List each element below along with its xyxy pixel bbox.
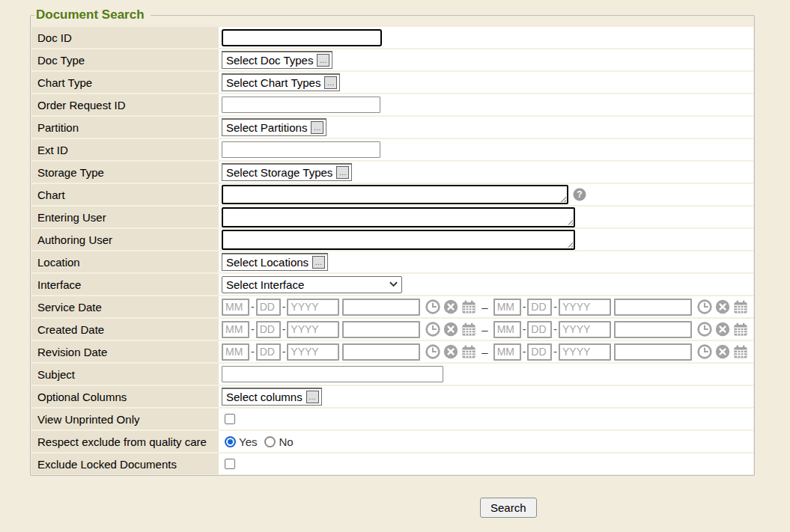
service-date-to-dd-input[interactable] bbox=[527, 299, 552, 316]
created-date-from-time-input[interactable] bbox=[342, 321, 420, 338]
service-date-from-mm-input[interactable] bbox=[222, 299, 249, 316]
partition-picker[interactable]: Select Partitions ... bbox=[222, 118, 326, 136]
date-separator: - bbox=[553, 346, 557, 358]
respect-exclude-no-radio[interactable] bbox=[264, 436, 276, 447]
date-separator: - bbox=[523, 346, 526, 358]
clear-icon[interactable] bbox=[715, 299, 730, 314]
range-separator: – bbox=[481, 346, 487, 358]
search-button[interactable]: Search bbox=[480, 498, 537, 518]
storage-type-picker[interactable]: Select Storage Types ... bbox=[222, 163, 352, 181]
interface-label: Interface bbox=[31, 274, 219, 295]
service-date-from-yyyy-input[interactable] bbox=[287, 299, 339, 316]
service-date-from-dd-input[interactable] bbox=[256, 299, 281, 316]
partition-picker-text: Select Partitions bbox=[226, 121, 307, 134]
calendar-icon[interactable] bbox=[461, 299, 476, 314]
revision-date-from-mm-input[interactable] bbox=[222, 343, 249, 361]
entering-user-textarea[interactable] bbox=[222, 207, 575, 227]
doc-type-label: Doc Type bbox=[31, 49, 219, 70]
created-date-from-yyyy-input[interactable] bbox=[287, 321, 339, 338]
clear-icon[interactable] bbox=[715, 344, 730, 359]
calendar-icon[interactable] bbox=[461, 322, 476, 337]
revision-date-to-mm-input[interactable] bbox=[493, 343, 521, 361]
created-date-from-mm-input[interactable] bbox=[222, 321, 249, 338]
date-separator: - bbox=[282, 323, 286, 335]
service-date-to-time-input[interactable] bbox=[614, 299, 692, 316]
calendar-icon[interactable] bbox=[733, 299, 748, 314]
optional-columns-picker[interactable]: Select columns ... bbox=[222, 388, 322, 406]
clear-icon[interactable] bbox=[443, 344, 458, 359]
created-date-to-mm-input[interactable] bbox=[493, 321, 521, 338]
revision-date-from-yyyy-input[interactable] bbox=[287, 343, 339, 361]
optional-columns-more-button[interactable]: ... bbox=[306, 391, 319, 403]
clock-icon[interactable] bbox=[425, 344, 440, 359]
row-exclude-locked: Exclude Locked Documents bbox=[31, 452, 753, 474]
created-date-from-dd-input[interactable] bbox=[256, 321, 281, 338]
resize-handle-icon[interactable] bbox=[566, 218, 573, 225]
exclude-locked-label: Exclude Locked Documents bbox=[31, 453, 219, 474]
help-icon[interactable]: ? bbox=[573, 188, 586, 201]
service-date-to-yyyy-input[interactable] bbox=[559, 299, 611, 316]
created-date-to-dd-input[interactable] bbox=[527, 321, 552, 338]
respect-exclude-yes-radio[interactable] bbox=[225, 436, 236, 447]
chart-textarea[interactable] bbox=[222, 185, 568, 204]
clock-icon[interactable] bbox=[697, 344, 712, 359]
location-picker[interactable]: Select Locations ... bbox=[222, 253, 328, 271]
row-chart-type: Chart Type Select Chart Types ... bbox=[31, 70, 753, 93]
clock-icon[interactable] bbox=[697, 299, 712, 314]
doc-type-picker[interactable]: Select Doc Types ... bbox=[222, 51, 332, 69]
row-revision-date: Revision Date - - – - - bbox=[31, 340, 753, 362]
created-date-to-time-input[interactable] bbox=[614, 321, 692, 338]
order-request-id-input[interactable] bbox=[222, 97, 380, 113]
document-search-fieldset: Document Search Doc ID Doc Type Select D… bbox=[30, 7, 755, 476]
subject-label: Subject bbox=[31, 364, 219, 385]
service-date-to-mm-input[interactable] bbox=[493, 299, 521, 316]
clock-icon[interactable] bbox=[697, 322, 712, 337]
entering-user-label: Entering User bbox=[31, 207, 219, 227]
view-unprinted-only-checkbox[interactable] bbox=[225, 414, 235, 424]
resize-handle-icon[interactable] bbox=[559, 195, 566, 202]
calendar-icon[interactable] bbox=[733, 344, 748, 359]
created-date-to-yyyy-input[interactable] bbox=[559, 321, 611, 338]
revision-date-from-time-input[interactable] bbox=[342, 343, 420, 361]
row-subject: Subject bbox=[31, 362, 753, 385]
authoring-user-textarea[interactable] bbox=[222, 230, 575, 250]
clock-icon[interactable] bbox=[425, 299, 440, 314]
revision-date-from-dd-input[interactable] bbox=[256, 343, 281, 361]
range-separator: – bbox=[481, 301, 487, 314]
optional-columns-picker-text: Select columns bbox=[226, 391, 303, 403]
clear-icon[interactable] bbox=[715, 322, 730, 337]
location-more-button[interactable]: ... bbox=[312, 256, 325, 269]
search-form: Doc ID Doc Type Select Doc Types ... Cha… bbox=[31, 27, 753, 474]
row-entering-user: Entering User bbox=[31, 205, 753, 227]
row-service-date: Service Date - - – - - bbox=[31, 295, 753, 317]
interface-select[interactable]: Select Interface bbox=[222, 276, 402, 293]
authoring-user-label: Authoring User bbox=[31, 229, 219, 250]
row-order-request-id: Order Request ID bbox=[31, 93, 753, 115]
partition-more-button[interactable]: ... bbox=[311, 121, 323, 134]
doc-type-more-button[interactable]: ... bbox=[317, 54, 329, 67]
chart-type-more-button[interactable]: ... bbox=[324, 76, 337, 89]
ext-id-input[interactable] bbox=[222, 141, 380, 158]
calendar-icon[interactable] bbox=[461, 344, 476, 359]
revision-date-to-dd-input[interactable] bbox=[527, 343, 552, 361]
storage-type-more-button[interactable]: ... bbox=[336, 166, 349, 179]
clock-icon[interactable] bbox=[425, 322, 440, 337]
subject-input[interactable] bbox=[222, 366, 443, 382]
clear-icon[interactable] bbox=[443, 322, 458, 337]
doc-id-input[interactable] bbox=[222, 29, 382, 46]
chart-type-picker[interactable]: Select Chart Types ... bbox=[222, 73, 340, 91]
optional-columns-label: Optional Columns bbox=[31, 386, 219, 407]
chart-type-label: Chart Type bbox=[31, 72, 219, 93]
resize-handle-icon[interactable] bbox=[566, 241, 573, 248]
doc-id-label: Doc ID bbox=[31, 27, 219, 48]
row-optional-columns: Optional Columns Select columns ... bbox=[31, 385, 753, 407]
date-separator: - bbox=[282, 301, 286, 313]
row-interface: Interface Select Interface bbox=[31, 272, 753, 295]
exclude-locked-checkbox[interactable] bbox=[225, 459, 235, 469]
revision-date-to-time-input[interactable] bbox=[614, 343, 692, 361]
service-date-from-time-input[interactable] bbox=[342, 299, 420, 316]
revision-date-to-yyyy-input[interactable] bbox=[559, 343, 611, 361]
clear-icon[interactable] bbox=[443, 299, 458, 314]
calendar-icon[interactable] bbox=[733, 322, 748, 337]
date-separator: - bbox=[553, 301, 557, 313]
